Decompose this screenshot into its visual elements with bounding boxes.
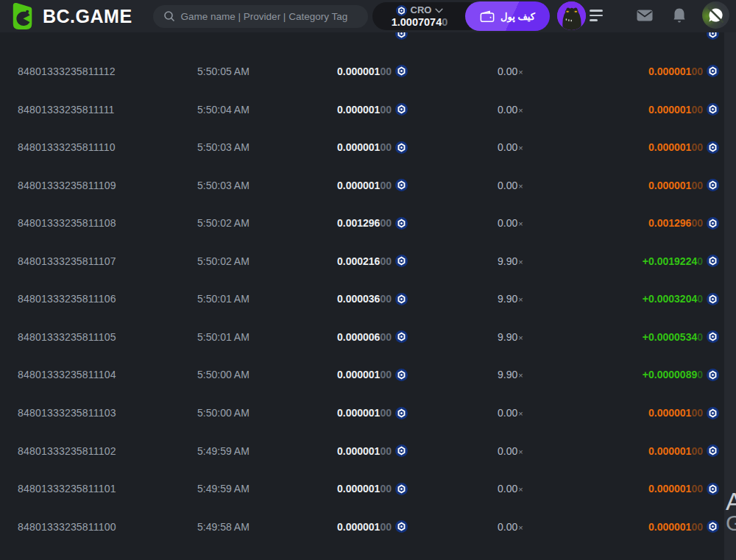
- payout-cell: 0.00000100: [555, 444, 719, 457]
- bet-amount: 0.00021600: [337, 255, 392, 267]
- cro-coin-icon: [395, 141, 408, 154]
- payout-amount: +0.00032040: [643, 293, 703, 305]
- multiplier: 0.00×: [408, 104, 555, 116]
- table-row[interactable]: 84801333235811112 5:50:05 AM 0.00000100 …: [0, 52, 736, 91]
- wallet-button[interactable]: کیف پول: [465, 1, 550, 31]
- bet-amount-cell: 0.00129600: [286, 217, 408, 230]
- cro-coin-icon: [707, 483, 719, 495]
- bet-amount-cell: 0.00000100: [286, 103, 408, 116]
- brand-name: BC.GAME: [43, 6, 132, 27]
- payout-cell: 0.00000100: [555, 483, 719, 495]
- bet-time: 5:50:02 AM: [197, 217, 286, 229]
- cro-coin-icon: [707, 141, 719, 154]
- bet-time: 5:49:58 AM: [197, 521, 286, 533]
- cro-coin-icon: [707, 444, 719, 457]
- chevron-down-icon: [435, 8, 443, 13]
- bet-amount-cell: 0.00000100: [286, 407, 408, 419]
- cro-coin-icon: [395, 65, 408, 77]
- bet-id: 84801333235811102: [18, 445, 197, 457]
- bet-amount-cell: 0.00000100: [286, 141, 408, 154]
- bet-amount: 0.00000100: [337, 445, 392, 457]
- table-row[interactable]: 84801333235811105 5:50:01 AM 0.00000600 …: [0, 318, 736, 356]
- bell-icon[interactable]: [670, 7, 688, 24]
- search-input[interactable]: Game name | Provider | Category Tag: [153, 5, 368, 28]
- bet-id: 84801333235811112: [18, 65, 197, 77]
- bet-time: 5:50:01 AM: [197, 331, 286, 343]
- multiplier: 9.90×: [408, 331, 555, 343]
- overlay-letter-bottom: G: [726, 511, 736, 536]
- bet-id: 84801333235811110: [18, 141, 197, 153]
- payout-amount: 0.00000100: [648, 521, 703, 533]
- cro-coin-icon: [707, 330, 719, 343]
- payout-cell: 0.00129600: [555, 217, 719, 230]
- bet-time: 5:50:00 AM: [197, 369, 286, 380]
- bet-amount: 0.00000600: [337, 331, 392, 343]
- cro-coin-icon: [395, 444, 408, 457]
- cro-coin-icon: [707, 179, 719, 191]
- multiplier: 0.00×: [408, 217, 555, 229]
- cro-coin-icon: [707, 65, 719, 77]
- bet-time: 5:50:01 AM: [197, 293, 286, 305]
- bet-time: 5:50:00 AM: [197, 407, 286, 419]
- table-row[interactable]: 84801333235811104 5:50:00 AM 0.00000100 …: [0, 356, 736, 394]
- bet-amount-cell: 0.00000100: [286, 65, 408, 77]
- payout-amount: 0.00000100: [648, 141, 703, 153]
- multiplier: 9.90×: [408, 369, 555, 380]
- table-row[interactable]: 84801333235811103 5:50:00 AM 0.00000100 …: [0, 394, 736, 432]
- search-placeholder: Game name | Provider | Category Tag: [181, 11, 348, 22]
- table-row[interactable]: 84801333235811101 5:49:59 AM 0.00000100 …: [0, 469, 736, 508]
- menu-icon[interactable]: [590, 10, 604, 23]
- cro-coin-icon: [395, 217, 408, 230]
- cro-coin-icon: [707, 293, 719, 305]
- mail-icon[interactable]: [636, 7, 654, 24]
- bet-id: 84801333235811106: [18, 293, 197, 305]
- wallet-button-label: کیف پول: [500, 11, 535, 22]
- bet-id: 84801333235811105: [18, 331, 197, 343]
- table-row[interactable]: 84801333235811110 5:50:03 AM 0.00000100 …: [0, 128, 736, 166]
- chat-toggle-button[interactable]: [702, 1, 729, 29]
- avatar[interactable]: [557, 1, 586, 30]
- cro-coin-icon: [395, 103, 408, 116]
- wallet-icon: [480, 10, 495, 23]
- table-row[interactable]: 84801333235811106 5:50:01 AM 0.00003600 …: [0, 280, 736, 319]
- bet-amount: 0.00000100: [337, 407, 392, 419]
- bet-amount: 0.00003600: [337, 293, 392, 305]
- table-row[interactable]: 84801333235811109 5:50:03 AM 0.00000100 …: [0, 166, 736, 205]
- payout-amount: +0.00000890: [643, 369, 703, 380]
- multiplier: 9.90×: [408, 293, 555, 305]
- bet-amount-cell: 0.00000100: [286, 444, 408, 457]
- table-row[interactable]: 84801333235811111 5:50:04 AM 0.00000100 …: [0, 91, 736, 129]
- cro-coin-icon: [707, 520, 719, 533]
- multiplier: 0.00×: [408, 65, 555, 77]
- payout-amount: +0.00192240: [643, 255, 703, 267]
- bet-id: 84801333235811100: [18, 521, 197, 533]
- payout-amount: 0.00000100: [648, 180, 703, 191]
- bcgame-logo-icon: [10, 2, 35, 30]
- multiplier: 0.00×: [408, 445, 555, 457]
- bet-amount: 0.00000100: [337, 521, 392, 533]
- bet-amount-cell: 0.00003600: [286, 293, 408, 305]
- bet-time: 5:49:59 AM: [197, 483, 286, 495]
- payout-cell: +0.00000890: [555, 369, 719, 381]
- bet-id: 84801333235811107: [18, 255, 197, 267]
- bet-amount-cell: 0.00000100: [286, 520, 408, 533]
- cro-coin-icon: [396, 5, 407, 16]
- cro-coin-icon: [395, 520, 408, 533]
- bet-amount: 0.00000100: [337, 483, 392, 495]
- table-row[interactable]: 84801333235811100 5:49:58 AM 0.00000100 …: [0, 508, 736, 546]
- avatar-monster: [557, 1, 586, 30]
- table-row[interactable]: 84801333235811102 5:49:59 AM 0.00000100 …: [0, 432, 736, 470]
- cro-coin-icon: [395, 330, 408, 343]
- brand-logo[interactable]: BC.GAME: [0, 2, 132, 30]
- cro-coin-icon: [395, 179, 408, 191]
- bet-amount-cell: 0.00021600: [286, 255, 408, 267]
- payout-cell: 0.00000100: [555, 407, 719, 419]
- table-row[interactable]: 84801333235811107 5:50:02 AM 0.00021600 …: [0, 242, 736, 280]
- payout-cell: +0.00032040: [555, 293, 719, 305]
- table-row[interactable]: 84801333235811108 5:50:02 AM 0.00129600 …: [0, 204, 736, 242]
- bet-time: 5:49:59 AM: [197, 445, 286, 457]
- cro-coin-icon: [395, 255, 408, 267]
- bet-id: 84801333235811108: [18, 217, 197, 229]
- payout-amount: 0.00000100: [648, 445, 703, 457]
- multiplier: 0.00×: [408, 141, 555, 153]
